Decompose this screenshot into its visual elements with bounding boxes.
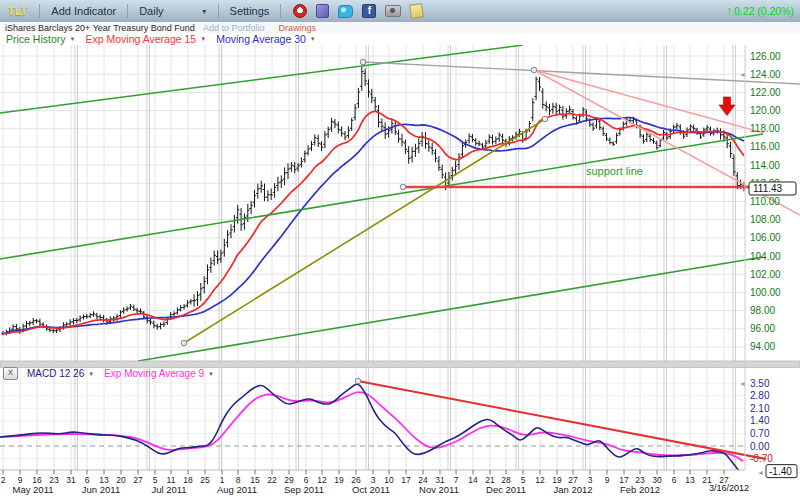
cube-widget-icon[interactable] [316, 4, 329, 18]
price-axis-label: 116.00 [750, 141, 780, 152]
date-day-label: 14 [468, 475, 478, 485]
toolbar: TLT Add Indicator Daily ▼ Settings f ↑ 0… [0, 0, 800, 23]
close-macd-button[interactable]: X [3, 367, 18, 380]
drawing-handle[interactable] [355, 378, 361, 384]
price-axis-label: 100.00 [750, 287, 781, 298]
toolbar-icon-group: f [293, 4, 423, 18]
chart-canvas[interactable]: support line126.00124.00122.00120.00118.… [0, 0, 800, 496]
date-day-label: 13 [685, 475, 695, 485]
drawings-layer [0, 45, 800, 459]
twitter-icon[interactable] [338, 5, 353, 18]
camera-snapshot-icon[interactable] [385, 5, 401, 17]
price-axis-label: 108.00 [750, 214, 781, 225]
drawing-handle[interactable] [542, 116, 548, 122]
price-axis-label: 110.00 [750, 196, 780, 207]
notes-icon[interactable] [409, 3, 424, 19]
price-axis-label: 106.00 [750, 232, 781, 243]
price-axis[interactable]: 126.00124.00122.00120.00118.00116.00114.… [739, 51, 796, 353]
macd-axis-label: 0.00 [750, 441, 770, 452]
support-line-annotation: support line [586, 165, 643, 177]
date-month-label: Feb 2012 [620, 484, 660, 495]
date-axis[interactable]: 2916233161320275111825181522296121926310… [1, 470, 749, 495]
chevron-down-icon: ▼ [310, 36, 316, 42]
date-day-label: 27 [133, 475, 143, 485]
ema15-label: Exp Moving Average 15 [85, 33, 196, 45]
macd-axis[interactable]: 3.502.802.101.400.700.00-0.70◄◄-1.40 [739, 378, 797, 478]
macd-axis-label: 1.40 [750, 415, 770, 426]
date-day-label: 9 [605, 475, 610, 485]
price-axis-label: 114.00 [750, 160, 780, 171]
add-to-portfolio-link[interactable]: Add to Portfolio [203, 23, 265, 33]
drawing-handle[interactable] [400, 184, 406, 190]
fund-name-label: iShares Barclays 20+ Year Treasury Bond … [5, 23, 195, 33]
macd-last-value: -1.40 [769, 466, 792, 477]
price-axis-label: 96.00 [750, 323, 775, 334]
channel-line-support[interactable] [0, 134, 763, 259]
peak-connector-line[interactable] [363, 62, 800, 84]
date-day-label: 17 [401, 475, 411, 485]
price-axis-label: 124.00 [750, 69, 781, 80]
symbol-subheader: iShares Barclays 20+ Year Treasury Bond … [0, 22, 800, 33]
symbol-label: TLT [8, 5, 27, 17]
axis-scroll-arrow-icon: ◄ [739, 71, 746, 78]
price-axis-label: 122.00 [750, 87, 781, 98]
facebook-icon[interactable]: f [362, 4, 376, 18]
macd-axis-label: 2.10 [750, 403, 770, 414]
settings-button[interactable]: Settings [230, 5, 270, 17]
alerts-clock-icon[interactable] [293, 4, 307, 18]
date-month-label: Jul 2011 [151, 484, 186, 495]
date-month-label: Sep 2011 [284, 484, 324, 495]
drawing-handle[interactable] [360, 59, 366, 65]
price-axis-label: 98.00 [750, 305, 775, 316]
axis-scroll-arrow-icon: ◄ [739, 380, 746, 387]
toolbar-divider [127, 4, 128, 18]
drawings-link[interactable]: Drawings [278, 23, 316, 33]
date-month-label: May 2011 [12, 484, 53, 495]
macd-downtrend-line[interactable] [358, 381, 766, 459]
drawing-handle[interactable] [531, 67, 537, 73]
price-history-label: Price History [6, 33, 66, 45]
date-day-label: 2 [1, 475, 6, 485]
date-month-label: Oct 2011 [352, 484, 390, 495]
last-price-value: 111.43 [753, 183, 783, 194]
panel-divider[interactable] [0, 361, 800, 368]
date-day-label: 19 [334, 475, 344, 485]
price-axis-label: 120.00 [750, 105, 781, 116]
price-axis-label: 104.00 [750, 251, 781, 262]
date-day-label: 6 [672, 475, 677, 485]
date-day-label: 25 [200, 475, 210, 485]
chevron-down-icon: ▼ [70, 36, 76, 42]
price-history-dropdown[interactable]: Price History ▼ [6, 33, 75, 45]
toolbar-divider [280, 4, 281, 18]
date-month-label: Aug 2011 [217, 484, 257, 495]
change-value: 0.22 (0.20%) [734, 5, 794, 17]
price-axis-label: 94.00 [750, 341, 775, 352]
ma30-dropdown[interactable]: Moving Average 30 ▼ [216, 33, 316, 45]
charting-app-window: { "ui": {"caret": "▼", "up_arrow": "↑", … [0, 0, 800, 496]
date-day-label: 22 [267, 475, 277, 485]
date-month-label: Dec 2011 [486, 484, 526, 495]
indicator-legend-bar: Price History ▼ Exp Moving Average 15 ▼ … [0, 33, 800, 45]
axis-scroll-arrow-icon: ◄ [757, 469, 764, 476]
macd-panel [0, 384, 743, 473]
toolbar-divider [218, 4, 219, 18]
price-axis-label: 102.00 [750, 269, 781, 280]
price-axis-label: 118.00 [750, 123, 780, 134]
price-axis-label: 126.00 [750, 51, 781, 62]
date-month-label: Nov 2011 [419, 484, 459, 495]
daily-change-readout: ↑ 0.22 (0.20%) [726, 4, 794, 18]
chevron-down-icon[interactable]: ▼ [201, 8, 208, 15]
timeframe-dropdown[interactable]: Daily [139, 5, 163, 17]
date-day-label: 31 [66, 475, 76, 485]
ma30-label: Moving Average 30 [216, 33, 306, 45]
ema15-dropdown[interactable]: Exp Moving Average 15 ▼ [85, 33, 206, 45]
toolbar-divider [39, 4, 40, 18]
drawing-handle[interactable] [181, 340, 187, 346]
add-indicator-button[interactable]: Add Indicator [51, 5, 116, 17]
date-month-label: Jan 2012 [553, 484, 592, 495]
date-month-label: Jun 2011 [82, 484, 120, 495]
macd-axis-label: 0.70 [750, 428, 770, 439]
channel-line-upper[interactable] [0, 45, 523, 113]
chevron-down-icon: ▼ [200, 36, 206, 42]
up-arrow-icon: ↑ [726, 4, 732, 18]
